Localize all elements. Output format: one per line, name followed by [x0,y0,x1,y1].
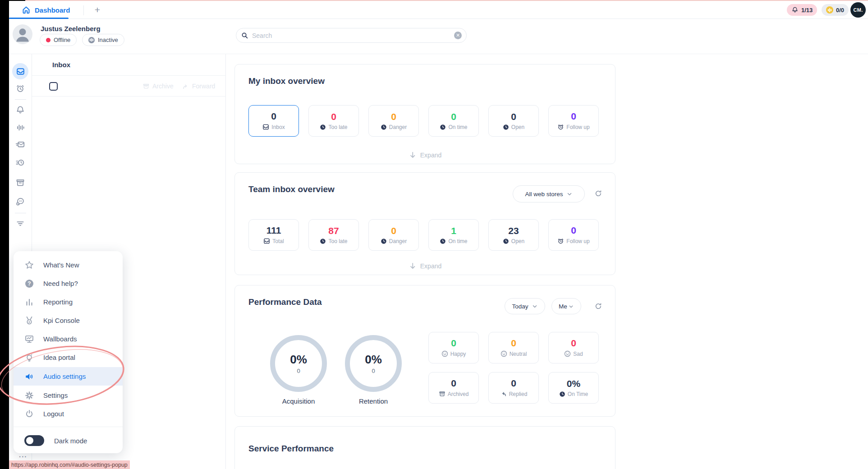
forward-button[interactable]: Forward [182,83,215,90]
menu-item-idea-portal[interactable]: Idea portal [14,348,123,367]
person-avatar-icon [13,24,32,44]
sidebar-item-delayed-chats[interactable] [15,197,25,207]
stat-card-sad[interactable]: 0 Sad [548,332,599,363]
clear-search-icon[interactable]: ✕ [454,32,462,39]
stat-card-inbox[interactable]: 0 Inbox [248,105,299,137]
user-name: Justus Zeelenberg [41,25,101,32]
sidebar-divider [15,99,26,100]
sidebar-item-inbox[interactable] [12,63,28,79]
notification-badge[interactable]: 1/13 [787,4,817,16]
stat-label: Danger [389,238,407,244]
sad-face-icon [564,350,571,357]
audio-count: 0/0 [836,7,844,14]
sidebar-item-archive[interactable] [15,178,25,188]
inbox-icon [262,124,269,130]
gauge-sub-value: 0 [372,368,375,374]
stat-value: 0% [567,379,580,388]
expand-button[interactable]: Expand [409,262,441,270]
stat-card-open[interactable]: 23 Open [488,219,539,251]
stat-card-danger[interactable]: 0 Danger [368,219,419,251]
status-inactive-badge[interactable]: Inactive [82,34,124,46]
stat-value: 0 [391,112,396,121]
sidebar-item-sent[interactable] [15,139,25,149]
stat-card-on-time[interactable]: 0 On time [428,105,479,137]
stat-card-total[interactable]: 111 Total [248,219,299,251]
bell-icon [791,6,799,14]
retention-gauge: 0% 0 [345,335,402,392]
alarm-icon [557,124,564,130]
clock-icon [381,124,387,130]
alarm-icon [15,83,25,93]
sidebar-item-voice[interactable] [15,123,25,133]
dark-mode-row: Dark mode [24,432,115,450]
stat-card-open[interactable]: 0 Open [488,105,539,137]
period-dropdown[interactable]: Today [505,298,545,314]
stat-value: 0 [571,338,576,348]
status-offline-badge[interactable]: Offline [40,34,77,46]
dark-mode-toggle[interactable] [24,435,44,446]
section-title: Service Performance [248,444,334,454]
menu-item-reporting[interactable]: Reporting [14,293,123,311]
new-tab-button[interactable]: + [91,4,104,16]
dark-mode-label: Dark mode [54,437,87,445]
user-avatar[interactable] [13,24,32,44]
performance-data-card: Performance Data Today Me 0% 0 Acquisiti… [234,285,615,417]
menu-item-need-help[interactable]: ? Need help? [14,274,123,293]
stat-card-danger[interactable]: 0 Danger [368,105,419,137]
stat-card-replied[interactable]: 0 Replied [488,372,539,404]
sidebar-item-pending[interactable] [15,157,25,167]
menu-item-wallboards[interactable]: Wallboards [14,330,123,348]
menu-item-kpi-console[interactable]: Kpi Console [14,311,123,330]
stat-label: On Time [568,391,588,397]
audio-activity-badge[interactable]: 0/0 [822,4,849,16]
stat-value: 0 [571,111,576,121]
scope-dropdown[interactable]: Me [551,298,581,314]
menu-item-audio-settings[interactable]: Audio settings [14,367,123,386]
sidebar-item-snoozed[interactable] [15,83,25,93]
stat-card-happy[interactable]: 0 Happy [428,332,479,363]
stat-card-follow-up[interactable]: 0 Follow up [548,105,599,137]
home-icon [22,5,31,14]
workspace-avatar[interactable]: CM. [850,2,866,18]
chevron-down-icon [566,191,573,197]
tab-dashboard[interactable]: Dashboard [14,1,78,19]
archive-button[interactable]: Archive [142,83,174,90]
expand-button[interactable]: Expand [409,151,441,159]
stat-label: Total [272,238,284,244]
menu-item-logout[interactable]: Logout [14,405,123,423]
menu-item-settings[interactable]: Settings [14,386,123,405]
stat-card-follow-up[interactable]: 0 Follow up [548,219,599,251]
store-filter-label: All web stores [525,191,563,198]
clock-icon [503,238,509,244]
search-input[interactable] [252,32,451,39]
store-filter-dropdown[interactable]: All web stores [513,185,585,202]
stat-card-archived[interactable]: 0 Archived [428,372,479,404]
forward-label: Forward [192,83,215,90]
sidebar-item-filter[interactable] [15,219,25,229]
period-label: Today [512,303,528,310]
menu-item-label: What's New [43,261,79,269]
menu-item-label: Need help? [43,280,78,287]
select-all-checkbox[interactable] [49,82,58,91]
expand-label: Expand [420,262,441,270]
team-inbox-overview-card: Team inbox overview All web stores 111 T… [234,172,615,275]
stat-card-too-late[interactable]: 87 Too late [308,219,359,251]
stat-card-on-time-pct[interactable]: 0% On Time [548,372,599,404]
sidebar-item-notifications[interactable] [15,105,25,115]
stat-card-on-time[interactable]: 1 On time [428,219,479,251]
stat-label: Danger [389,124,407,130]
stat-value: 0 [571,225,576,235]
refresh-icon[interactable] [594,302,603,311]
stat-label: Neutral [510,351,527,357]
stat-value: 87 [328,226,339,235]
menu-item-label: Idea portal [43,354,75,361]
refresh-icon[interactable] [594,189,603,198]
stat-card-neutral[interactable]: 0 Neutral [488,332,539,363]
menu-item-label: Wallboards [43,335,77,343]
stat-card-too-late[interactable]: 0 Too late [308,105,359,137]
acquisition-gauge: 0% 0 [270,335,327,392]
menu-item-whats-new[interactable]: What's New [14,256,123,274]
stat-value: 0 [511,112,516,121]
menu-item-label: Settings [43,391,68,399]
archive-box-icon [142,83,150,90]
